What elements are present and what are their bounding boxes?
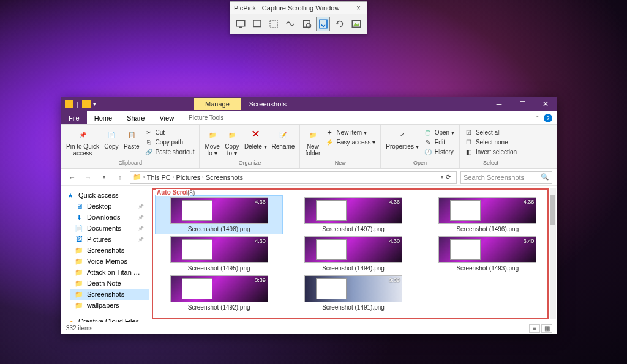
- chevron-right-icon[interactable]: ›: [143, 174, 145, 180]
- tab-home[interactable]: Home: [87, 111, 119, 124]
- copy-button[interactable]: 📄 Copy: [103, 126, 120, 151]
- sidebar-quick-access[interactable]: ★Quick access: [61, 190, 149, 201]
- edit-button[interactable]: ✎Edit: [422, 137, 456, 147]
- delete-button[interactable]: ✕Delete ▾: [243, 126, 268, 151]
- desktop-icon: 🖥: [75, 202, 83, 210]
- thumbnail-image: 3:39: [304, 275, 402, 302]
- thumbnail-time: 4:36: [389, 199, 400, 205]
- picpick-close-icon[interactable]: ×: [354, 4, 363, 12]
- region-icon[interactable]: [267, 17, 281, 31]
- search-input[interactable]: Search Screenshots 🔍: [460, 171, 552, 184]
- move-to-button[interactable]: 📁Move to ▾: [203, 126, 220, 158]
- invert-selection-button[interactable]: ◧Invert selection: [464, 147, 518, 157]
- file-explorer-window: | ▾ Manage Screenshots ─ ☐ ✕ File Home S…: [61, 97, 557, 334]
- history-button[interactable]: 🕘History: [422, 147, 456, 157]
- qat-dropdown-icon[interactable]: ▾: [92, 101, 96, 107]
- image-icon[interactable]: [349, 17, 363, 31]
- pin-quick-access-button[interactable]: 📌 Pin to Quick access: [65, 126, 100, 158]
- content-pane[interactable]: Auto Scroll (8) 4:36Screenshot (1498).pn…: [149, 186, 557, 322]
- new-folder-button[interactable]: 📁New folder: [304, 126, 321, 158]
- fullscreen-icon[interactable]: [234, 17, 248, 31]
- paste-shortcut-button[interactable]: 🔗Paste shortcut: [143, 147, 196, 157]
- picpick-titlebar[interactable]: PicPick - Capture Scrolling Window ×: [230, 2, 367, 14]
- collapse-ribbon-icon[interactable]: ⌃: [535, 115, 540, 121]
- open-button[interactable]: ▢Open ▾: [422, 127, 456, 137]
- select-all-button[interactable]: ☑Select all: [464, 127, 518, 137]
- help-icon[interactable]: ?: [544, 114, 552, 122]
- refresh-icon[interactable]: ⟳: [446, 173, 451, 181]
- history-icon: 🕘: [424, 147, 432, 156]
- svg-rect-3: [270, 20, 277, 28]
- paste-button[interactable]: 📋 Paste: [122, 126, 141, 151]
- properties-button[interactable]: ✓Properties ▾: [385, 126, 419, 151]
- repeat-icon[interactable]: [332, 17, 347, 31]
- rename-button[interactable]: 📝Rename: [271, 126, 296, 151]
- breadcrumb-seg[interactable]: This PC›: [147, 174, 175, 181]
- newfolder-icon: 📁: [306, 127, 320, 142]
- breadcrumb-seg[interactable]: Pictures›: [176, 174, 203, 181]
- thumbnails-view-button[interactable]: ▦: [541, 324, 552, 333]
- thumbnail-time: 4:30: [255, 238, 266, 244]
- new-item-button[interactable]: ✦New item ▾: [324, 127, 377, 137]
- window-icon[interactable]: [250, 17, 265, 31]
- sidebar-item[interactable]: 🖥Desktop: [70, 201, 149, 212]
- copy-path-button[interactable]: ⎘Copy path: [143, 137, 196, 147]
- freehand-icon[interactable]: [283, 17, 298, 31]
- sidebar-item[interactable]: ⬇Downloads: [70, 212, 149, 223]
- sidebar-item[interactable]: 📁Screenshots: [70, 245, 149, 256]
- tab-view[interactable]: View: [152, 111, 181, 124]
- titlebar[interactable]: | ▾ Manage Screenshots ─ ☐ ✕: [61, 97, 557, 111]
- sidebar-item[interactable]: 📁wallpapers: [70, 300, 149, 311]
- vertical-scrollbar[interactable]: [550, 188, 556, 319]
- dropdown-icon[interactable]: ▾: [441, 174, 443, 180]
- details-view-button[interactable]: ≡: [529, 324, 540, 333]
- sidebar-item[interactable]: 📁Voice Memos: [70, 256, 149, 267]
- tab-file[interactable]: File: [61, 111, 87, 124]
- breadcrumb[interactable]: 📁 › This PC› Pictures› Screenshots ▾ ⟳: [130, 171, 457, 184]
- picpick-toolbar: PicPick - Capture Scrolling Window ×: [230, 1, 367, 34]
- group-label-organize: Organize: [203, 160, 296, 167]
- easy-access-button[interactable]: ⚡Easy access ▾: [324, 137, 377, 147]
- sidebar-item[interactable]: 🖼Pictures: [70, 234, 149, 245]
- close-button[interactable]: ✕: [534, 97, 557, 111]
- scrollbar-thumb[interactable]: [550, 195, 555, 225]
- sidebar-item[interactable]: 📁Screenshots: [70, 289, 149, 300]
- folder-icon: [65, 100, 73, 108]
- moveto-icon: 📁: [205, 127, 220, 142]
- sidebar-item[interactable]: 📄Documents: [70, 223, 149, 234]
- sidebar-item-label: Screenshots: [87, 247, 124, 254]
- item-count: 332 items: [66, 325, 92, 332]
- breadcrumb-seg[interactable]: Screenshots: [206, 174, 243, 181]
- maximize-button[interactable]: ☐: [511, 97, 534, 111]
- back-button[interactable]: ←: [66, 171, 78, 184]
- recent-dropdown-icon[interactable]: ▾: [98, 171, 110, 184]
- sidebar-item-label: Documents: [87, 225, 121, 232]
- forward-button[interactable]: →: [82, 171, 94, 184]
- address-bar: ← → ▾ ↑ 📁 › This PC› Pictures› Screensho…: [61, 169, 557, 186]
- tab-share[interactable]: Share: [119, 111, 152, 124]
- fixed-region-icon[interactable]: [300, 17, 314, 31]
- sidebar-item-label: wallpapers: [87, 302, 119, 309]
- folder-icon: 📁: [75, 257, 83, 266]
- svg-rect-0: [237, 21, 246, 26]
- sidebar-item[interactable]: 📁Death Note: [70, 278, 149, 289]
- minimize-button[interactable]: ─: [487, 97, 511, 111]
- sidebar-creative-cloud[interactable]: ☁Creative Cloud Files: [61, 316, 149, 322]
- titlebar-qat: | ▾: [61, 100, 96, 108]
- copy-to-button[interactable]: 📁Copy to ▾: [223, 126, 241, 158]
- folder-icon: 📁: [75, 279, 83, 288]
- ribbon-tabs: File Home Share View Picture Tools ⌃ ?: [61, 111, 557, 125]
- cut-button[interactable]: ✂Cut: [143, 127, 196, 137]
- up-button[interactable]: ↑: [114, 171, 126, 184]
- select-none-button[interactable]: ☐Select none: [464, 137, 518, 147]
- tab-picture-tools[interactable]: Picture Tools: [181, 111, 231, 124]
- folder-icon: [82, 100, 91, 108]
- qat-sep: |: [75, 100, 81, 108]
- chevron-right-icon: ›: [173, 174, 175, 180]
- thumbnail-time: 4:36: [524, 199, 535, 205]
- search-icon: 🔍: [541, 173, 549, 181]
- sidebar-item[interactable]: 📁Attack on Titan Season 1: [70, 267, 149, 278]
- edit-icon: ✎: [424, 138, 432, 146]
- scrolling-icon[interactable]: [316, 17, 330, 31]
- rename-icon: 📝: [276, 127, 290, 142]
